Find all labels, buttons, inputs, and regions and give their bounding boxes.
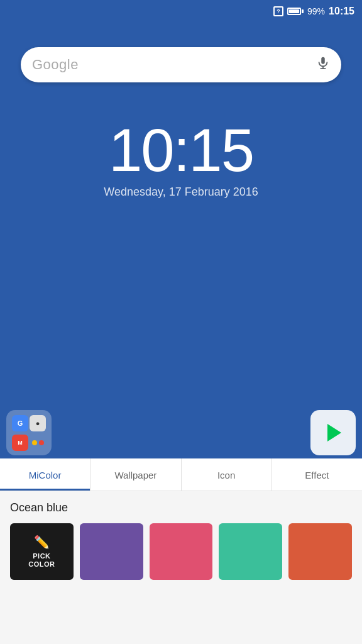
sim-icon: ? (273, 6, 283, 16)
bottom-panel: MiColor Wallpaper Icon Effect Ocean blue… (0, 458, 362, 644)
app-icons-row: G ● M (0, 410, 362, 455)
chrome-icon: ● (30, 415, 46, 431)
status-bar: ? 99% 10:15 (0, 0, 362, 23)
tab-effect[interactable]: Effect (272, 458, 362, 491)
tab-icon[interactable]: Icon (182, 458, 272, 491)
microphone-icon[interactable] (316, 56, 330, 74)
orange-swatch[interactable] (288, 523, 352, 580)
clock-widget: 10:15 Wednesday, 17 February 2016 (104, 120, 258, 199)
google-logo: Google (32, 57, 79, 73)
color-section: Ocean blue ✏️ PICKCOLOR (0, 491, 362, 587)
swatches-row: ✏️ PICKCOLOR (10, 523, 352, 580)
play-triangle (327, 424, 341, 441)
play-store-icon[interactable] (310, 410, 356, 455)
tab-wallpaper[interactable]: Wallpaper (90, 458, 181, 491)
brush-icon: ✏️ (34, 535, 50, 550)
battery-percent: 99% (307, 6, 325, 16)
pick-color-label: PICKCOLOR (28, 552, 55, 569)
svg-rect-0 (321, 57, 325, 64)
app-folder[interactable]: G ● M (6, 410, 52, 455)
teal-swatch[interactable] (219, 523, 282, 580)
battery-icon (287, 8, 304, 15)
more-apps-icon (30, 435, 46, 451)
clock-date: Wednesday, 17 February 2016 (104, 186, 258, 199)
wallpaper-area: Google 10:15 Wednesday, 17 February 2016 (0, 0, 362, 462)
gmail-icon: M (12, 435, 28, 451)
google-app-icon: G (12, 415, 28, 431)
tabs-bar: MiColor Wallpaper Icon Effect (0, 458, 362, 491)
pink-swatch[interactable] (150, 523, 213, 580)
search-bar[interactable]: Google (21, 47, 341, 82)
clock-time: 10:15 (104, 120, 258, 180)
color-title: Ocean blue (10, 501, 352, 514)
purple-swatch[interactable] (80, 523, 143, 580)
pick-color-swatch[interactable]: ✏️ PICKCOLOR (10, 523, 74, 580)
status-time: 10:15 (329, 6, 354, 17)
tab-micolor[interactable]: MiColor (0, 458, 90, 491)
